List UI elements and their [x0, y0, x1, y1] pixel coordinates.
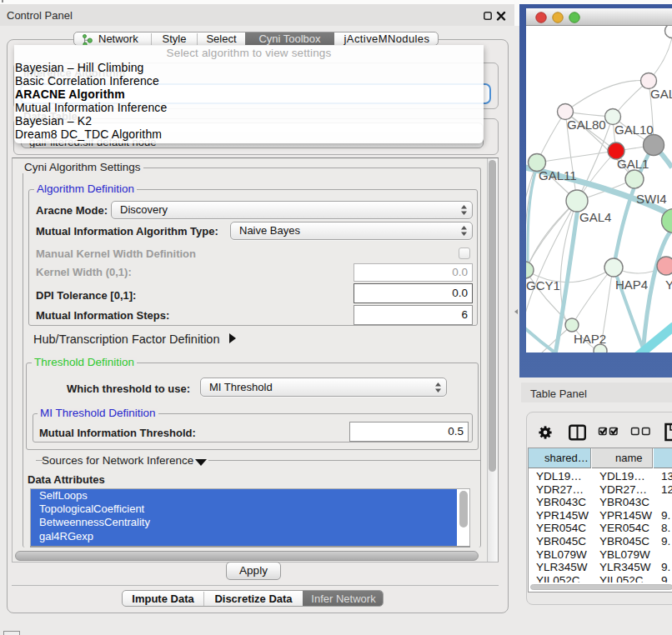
svg-text:GAL1: GAL1 [617, 157, 649, 171]
svg-text:HAP4: HAP4 [615, 278, 648, 292]
svg-text:GCY1: GCY1 [526, 278, 560, 292]
svg-text:GAL10: GAL10 [614, 122, 654, 137]
svg-text:GAL4: GAL4 [579, 210, 611, 224]
svg-text:HAP2: HAP2 [574, 332, 606, 346]
svg-text:SWI4: SWI4 [636, 192, 667, 206]
svg-text:GAL11: GAL11 [539, 168, 577, 182]
svg-text:GAL…: GAL… [650, 87, 672, 101]
svg-text:Y: Y [665, 278, 672, 292]
svg-text:GAL80: GAL80 [567, 118, 606, 132]
